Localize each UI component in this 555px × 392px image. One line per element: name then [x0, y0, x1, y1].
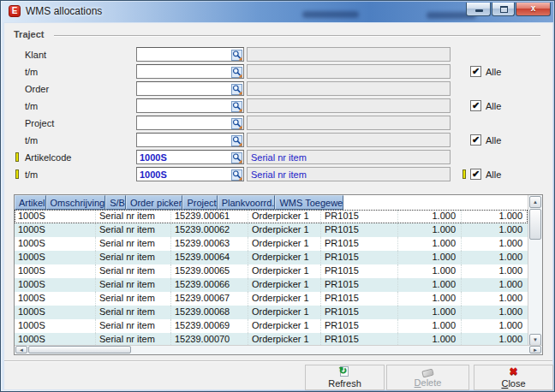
- close-button[interactable]: ✖ Close: [474, 365, 553, 390]
- vertical-scrollbar[interactable]: ▲ ▼: [528, 195, 542, 347]
- description-field: [247, 81, 451, 96]
- form-row: t/m: [4, 63, 552, 80]
- close-button-icon: ✖: [509, 366, 517, 377]
- table-row[interactable]: 1000S Serial nr item 15239.00063 Orderpi…: [15, 237, 528, 251]
- checkmark-icon: ✔: [472, 66, 480, 77]
- field-label: Klant: [25, 50, 46, 60]
- form-row: Order: [4, 80, 552, 98]
- refresh-icon: ↻: [339, 366, 350, 377]
- description-field: [247, 47, 451, 62]
- scroll-down-button[interactable]: ▼: [529, 334, 541, 346]
- alle-checkbox[interactable]: ✔: [470, 169, 481, 180]
- lookup-input[interactable]: [136, 47, 244, 62]
- cell-wms-toegewezen: 1.000: [462, 292, 528, 306]
- column-header[interactable]: Artikel: [15, 195, 46, 210]
- cell-order-picker: Orderpicker 1: [248, 278, 321, 292]
- cell-sb: 15239.00066: [171, 278, 248, 292]
- cell-sb: 15239.00067: [171, 292, 248, 306]
- titlebar[interactable]: E WMS allocations x: [1, 1, 554, 22]
- close-button-label: Close: [501, 378, 525, 389]
- alle-label: Alle: [486, 135, 501, 146]
- table-row[interactable]: 1000S Serial nr item 15239.00064 Orderpi…: [15, 251, 528, 264]
- cell-order-picker: Orderpicker 1: [248, 223, 321, 237]
- form-row: t/m 1000S Serial nr: [4, 166, 552, 183]
- cell-plankvoorraad: 1.000: [398, 237, 462, 251]
- cell-omschrijving: Serial nr item: [96, 278, 171, 292]
- cell-project: PR1015: [321, 223, 398, 237]
- minimize-button[interactable]: [466, 3, 491, 16]
- mandatory-marker-icon: [15, 152, 19, 162]
- table-row[interactable]: 1000S Serial nr item 15239.00065 Orderpi…: [15, 264, 528, 278]
- field-label: Artikelcode: [25, 152, 71, 163]
- cell-artikel: 1000S: [15, 237, 96, 251]
- delete-button: Delete: [386, 365, 469, 390]
- cell-sb: 15239.00065: [171, 264, 248, 278]
- cell-omschrijving: Serial nr item: [96, 292, 171, 306]
- lookup-input[interactable]: [136, 81, 244, 96]
- table-row[interactable]: 1000S Serial nr item 15239.00068 Orderpi…: [15, 306, 528, 319]
- cell-plankvoorraad: 1.000: [398, 223, 462, 237]
- browse-icon[interactable]: [231, 151, 242, 163]
- cell-project: PR1015: [321, 210, 398, 223]
- lookup-input[interactable]: 1000S: [136, 150, 244, 164]
- column-header[interactable]: S/B: [105, 195, 126, 210]
- cell-plankvoorraad: 1.000: [398, 319, 462, 333]
- cell-order-picker: Orderpicker 1: [248, 210, 321, 223]
- description-field: [247, 116, 451, 130]
- browse-icon[interactable]: [231, 49, 242, 60]
- column-header[interactable]: Order picker: [126, 195, 183, 210]
- cell-plankvoorraad: 1.000: [398, 278, 462, 292]
- column-header[interactable]: Project: [182, 195, 217, 210]
- description-field: Serial nr item: [247, 150, 451, 164]
- table-row[interactable]: 1000S Serial nr item 15239.00061 Orderpi…: [15, 210, 528, 223]
- cell-wms-toegewezen: 1.000: [462, 210, 528, 223]
- cell-artikel: 1000S: [15, 210, 96, 223]
- alle-checkbox[interactable]: ✔: [470, 100, 481, 111]
- horizontal-scroll-thumb[interactable]: [28, 346, 131, 353]
- alle-checkbox[interactable]: ✔: [470, 66, 481, 77]
- cell-plankvoorraad: 1.000: [398, 306, 462, 319]
- column-header[interactable]: WMS Toegewe: [275, 195, 343, 210]
- allocations-grid: Artikel Omschrijving S/B Order picker Pr…: [14, 194, 543, 355]
- traject-group-line: [54, 35, 540, 37]
- checkmark-icon: ✔: [472, 134, 480, 146]
- horizontal-scrollbar[interactable]: ◄ ►: [15, 345, 542, 354]
- refresh-button[interactable]: ↻ Refresh: [305, 365, 385, 390]
- refresh-button-label: Refresh: [328, 378, 361, 389]
- column-header[interactable]: Omschrijving: [46, 195, 106, 210]
- mandatory-marker-icon: [462, 169, 466, 179]
- cell-project: PR1015: [321, 292, 398, 306]
- maximize-button[interactable]: [492, 3, 515, 16]
- description-value: Serial nr item: [251, 152, 307, 163]
- form-row: t/m: [4, 132, 552, 149]
- browse-icon[interactable]: [231, 117, 242, 128]
- cell-project: PR1015: [321, 278, 398, 292]
- grid-body: 1000S Serial nr item 15239.00061 Orderpi…: [15, 210, 528, 347]
- lookup-input[interactable]: [136, 116, 244, 130]
- alle-label: Alle: [486, 169, 501, 180]
- scroll-left-button[interactable]: ◄: [15, 346, 27, 353]
- lookup-input-value: 1000S: [140, 152, 167, 163]
- browse-icon[interactable]: [231, 83, 242, 94]
- scroll-right-button[interactable]: ►: [529, 346, 541, 353]
- vertical-scroll-thumb[interactable]: [529, 209, 541, 240]
- table-row[interactable]: 1000S Serial nr item 15239.00069 Orderpi…: [15, 319, 528, 333]
- cell-wms-toegewezen: 1.000: [462, 264, 528, 278]
- cell-artikel: 1000S: [15, 319, 96, 333]
- cell-wms-toegewezen: 1.000: [462, 237, 528, 251]
- dialog-content: Traject Klant: [3, 22, 553, 390]
- cell-omschrijving: Serial nr item: [96, 210, 171, 223]
- column-header[interactable]: Plankvoorrd.: [218, 195, 276, 210]
- cell-project: PR1015: [321, 306, 398, 319]
- cell-sb: 15239.00061: [171, 210, 248, 223]
- cell-order-picker: Orderpicker 1: [248, 251, 321, 264]
- table-row[interactable]: 1000S Serial nr item 15239.00067 Orderpi…: [15, 292, 528, 306]
- wms-allocations-window: E WMS allocations x Traject Klant: [0, 0, 555, 392]
- table-row[interactable]: 1000S Serial nr item 15239.00066 Orderpi…: [15, 278, 528, 292]
- close-window-button[interactable]: x: [516, 3, 551, 16]
- table-row[interactable]: 1000S Serial nr item 15239.00062 Orderpi…: [15, 223, 528, 237]
- scroll-up-button[interactable]: ▲: [529, 196, 541, 208]
- cell-omschrijving: Serial nr item: [96, 319, 171, 333]
- cell-omschrijving: Serial nr item: [96, 237, 171, 251]
- alle-checkbox[interactable]: ✔: [470, 134, 481, 146]
